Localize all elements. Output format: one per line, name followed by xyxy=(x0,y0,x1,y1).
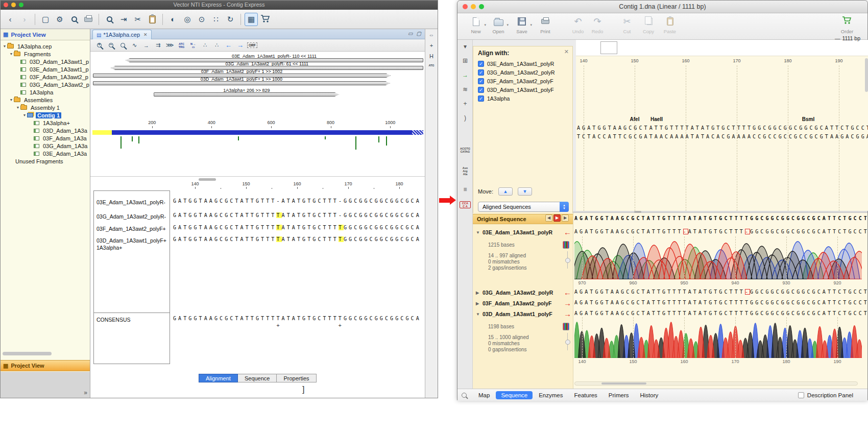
left-titlebar[interactable]: Vector NTI Express - Contig Express xyxy=(1,1,438,10)
read-sequence-03g-adam-1a3awt2-polyr[interactable]: AGATGGTAAGCGCTATTGTTTTATATGTGCTTT-GGCGGC… xyxy=(574,289,867,295)
tree-item-fragments[interactable]: ▼Fragments xyxy=(1,50,90,58)
sequence-name-03e-adam-1a3awt1-polyr[interactable]: 03E_Adam_1A3awt1_polyR- xyxy=(97,199,165,205)
trim-ends-icon[interactable]: N ← ▭ xyxy=(188,40,198,50)
arc-icon[interactable]: ) xyxy=(459,114,472,122)
checkbox-checked-icon[interactable]: ✓ xyxy=(478,87,484,93)
enzyme-label-afei[interactable]: AfeI xyxy=(630,116,640,122)
tab-close-icon[interactable]: ✕ xyxy=(143,32,148,37)
sequence-row-03d-adam-1a3awt1-polyf[interactable]: GATGGTAAGCGCTATTGTTTTATATGTGCTTTTGGCGGCG… xyxy=(173,236,421,242)
paste-button[interactable]: Paste xyxy=(659,16,681,34)
align-with-item-03e-adam-1a3awt1-polyr[interactable]: ✓03E_Adam_1A3awt1_polyR xyxy=(478,60,554,68)
tree-item-03d-adam-1a3awt1-p[interactable]: 03D_Adam_1A3awt1_p xyxy=(1,58,90,65)
aligned-sequences-dropdown[interactable]: Aligned Sequences ▲▼ xyxy=(478,202,569,212)
checkbox-checked-icon[interactable]: ✓ xyxy=(478,95,484,102)
bases-icon[interactable]: ACGTG CATAG xyxy=(459,147,472,153)
close-icon[interactable]: ✕ xyxy=(564,49,569,55)
frame3-icon[interactable]: ⋙ xyxy=(165,40,175,50)
fragment-bar-1a3alpha[interactable] xyxy=(154,92,339,97)
next-conflict-icon[interactable]: → xyxy=(235,40,245,50)
zoom-out-icon[interactable]: − xyxy=(106,40,116,50)
refresh-icon[interactable]: ↻ xyxy=(224,13,237,26)
read-sequence-03e-adam-1a3awt1-polyr[interactable]: AGATGGTAAGCGCTATTGTTT-ATATGTGCTTT-GGCGGC… xyxy=(574,229,867,234)
new-button[interactable]: ▾New xyxy=(465,16,487,34)
sequence-name-03d-adam-1a3awt1-polyf[interactable]: 03D_Adam_1A3awt1_polyF+ xyxy=(97,237,166,244)
info-icon[interactable]: ⊙ xyxy=(195,13,208,26)
enzyme-label-bsmi[interactable]: BsmI xyxy=(802,116,814,122)
shopping-cart-icon[interactable] xyxy=(259,13,272,26)
back-button[interactable]: ‹ xyxy=(4,13,17,26)
tree-item-03e-adam-1a3awt1-p[interactable]: 03E_Adam_1A3awt1_p xyxy=(1,65,90,73)
chromatogram-03e-adam-1a3awt1-polyr[interactable]: 970960950940930920 xyxy=(574,236,862,279)
tools-icon[interactable]: ⚙ xyxy=(53,13,66,26)
tree-item-assembly-1[interactable]: ▼Assembly 1 xyxy=(1,104,90,111)
sidebar-overflow-chevrons[interactable]: » xyxy=(84,389,87,396)
read-sequence-03d-adam-1a3awt1-polyf[interactable]: AGATGGTAAGCGCTATTGTTTTATATGTGCTTTTGGCGGC… xyxy=(574,310,867,316)
save-button[interactable]: ▾Save xyxy=(511,16,533,34)
description-panel-checkbox[interactable] xyxy=(798,392,804,398)
open-button[interactable]: ▾Open xyxy=(487,16,510,34)
align-with-item-03g-adam-1a3awt2-polyr[interactable]: ✓03G_Adam_1A3awt2_polyR xyxy=(478,68,555,77)
dropdown-arrow-icon[interactable]: ▾ xyxy=(507,23,509,27)
trace-zoom-slider[interactable] xyxy=(567,251,568,269)
checkbox-checked-icon[interactable]: ✓ xyxy=(478,61,484,67)
read-item-03f-adam-1a3awt2-polyf[interactable]: ▶03F_Adam_1A3awt2_polyF xyxy=(476,300,551,306)
twisty-icon[interactable]: ▼ xyxy=(2,44,7,48)
find-icon[interactable] xyxy=(67,13,81,26)
bottom-tab-features[interactable]: Features xyxy=(569,391,602,399)
project-view-footer-tab[interactable]: ▦ Project View xyxy=(1,360,90,371)
contig-express-button[interactable]: ▦ xyxy=(245,13,258,26)
move-up-button[interactable]: ▲ xyxy=(498,187,513,196)
collapse-icon[interactable]: ▼ xyxy=(476,230,480,235)
sequence-row-03f-adam-1a3awt2-polyf[interactable]: GATGGTAAGCGCTATTGTTTTATATGTGCTTTTGGCGGCG… xyxy=(173,225,421,230)
next-read-button[interactable]: ▶ xyxy=(562,214,569,222)
sequence-name-03g-adam-1a3awt2-polyr[interactable]: 03G_Adam_1A3awt2_polyR- xyxy=(97,213,166,220)
start-codon-icon[interactable]: ATC TRG xyxy=(177,40,186,50)
circular-display-icon[interactable]: ◐ xyxy=(166,13,180,26)
move-down-button[interactable]: ▼ xyxy=(518,187,532,196)
dropdown-arrow-icon[interactable]: ▾ xyxy=(530,23,532,27)
sequence-vertical-scrollbar[interactable] xyxy=(865,58,868,92)
bottom-tab-primers[interactable]: Primers xyxy=(604,391,634,399)
align-with-item-1a3alpha[interactable]: ✓1A3alpha xyxy=(478,94,510,103)
reads-horizontal-scrollbar[interactable] xyxy=(574,381,858,386)
aminoacid-icon[interactable]: Asn Arg Ala xyxy=(459,166,472,176)
dot-plot-icon[interactable]: ∷ xyxy=(209,13,223,26)
tree-item-unused-fragments[interactable]: Unused Fragments xyxy=(1,157,90,165)
blast-search-icon[interactable] xyxy=(103,13,116,26)
tree-item-03e-adam-1a3a[interactable]: 03E_Adam_1A3a xyxy=(1,150,90,157)
copy-button[interactable]: Copy xyxy=(637,16,660,34)
align-with-item-03d-adam-1a3awt1-polyf[interactable]: ✓03D_Adam_1A3awt1_polyF xyxy=(478,86,554,94)
fragment-bar-03d-adam-1a3awt1-polyf[interactable] xyxy=(93,81,391,85)
map-scrollbar[interactable] xyxy=(199,178,216,181)
read-sequence-03f-adam-1a3awt2-polyf[interactable]: AGATGGTAAGCGCTATTGTTTTATATGTGCTTTTGGCGGC… xyxy=(574,300,867,305)
tree-item-1a3alpha[interactable]: 1A3alpha+ xyxy=(1,119,90,127)
sequence-row-03g-adam-1a3awt2-polyr[interactable]: GATGGTAAGCGCTATTGTTTTATATGTGCTTT-GGCGGCG… xyxy=(173,212,421,218)
dock-toggle-icon[interactable]: ⇔ xyxy=(429,32,435,38)
tree-item-assemblies[interactable]: ▼Assemblies xyxy=(1,96,90,104)
find-edit-icon[interactable]: ∴ xyxy=(212,40,222,50)
print-button[interactable]: Print xyxy=(534,16,557,34)
prev-conflict-icon[interactable]: ← xyxy=(224,40,233,50)
view-tab-properties[interactable]: Properties xyxy=(277,374,316,382)
tree-item-03g-adam-1a3awt2-p[interactable]: 03G_Adam_1A3awt2_p xyxy=(1,81,90,88)
consensus-coverage-bar[interactable] xyxy=(92,130,423,135)
twisty-icon[interactable]: ▼ xyxy=(15,106,20,109)
document-tab[interactable]: ▤ *1A3alpha.cep ✕ xyxy=(92,30,152,39)
frame1-icon[interactable]: → xyxy=(141,40,151,50)
tree-item-03d-adam-1a3a[interactable]: 03D_Adam_1A3a xyxy=(1,127,90,134)
read-item-03g-adam-1a3awt2-polyr[interactable]: ▶03G_Adam_1A3awt2_polyR xyxy=(476,290,553,296)
chromatogram-03d-adam-1a3awt1-polyf[interactable]: 140150160170180190 xyxy=(574,317,862,358)
tree-item-03f-adam-1a3a[interactable]: 03F_Adam_1A3a xyxy=(1,134,90,142)
sequence-row-03e-adam-1a3awt1-polyr[interactable]: GATGGTAAGCGCTATTGTTT-ATATGTGCTTT-GGCGGCG… xyxy=(173,198,421,204)
expand-icon[interactable]: ▶ xyxy=(476,301,480,306)
trace-chip-icon[interactable] xyxy=(563,323,569,330)
tree-item-1a3alpha-cep[interactable]: ▼1A3alpha.cep xyxy=(1,42,90,50)
print-icon[interactable] xyxy=(82,13,95,26)
view-tab-sequence[interactable]: Sequence xyxy=(238,374,277,382)
tree-item-1a3alpha[interactable]: 1A3alpha xyxy=(1,88,90,96)
current-read-button[interactable]: ▶ xyxy=(553,214,561,222)
read-item-03e-adam-1a3awt1-polyr[interactable]: ▼03E_Adam_1A3awt1_polyR xyxy=(476,229,552,235)
expand-icon[interactable]: ▶ xyxy=(476,291,480,295)
bottom-tab-enzymes[interactable]: Enzymes xyxy=(534,391,568,399)
orf-icon[interactable]: ORF xyxy=(247,40,257,50)
